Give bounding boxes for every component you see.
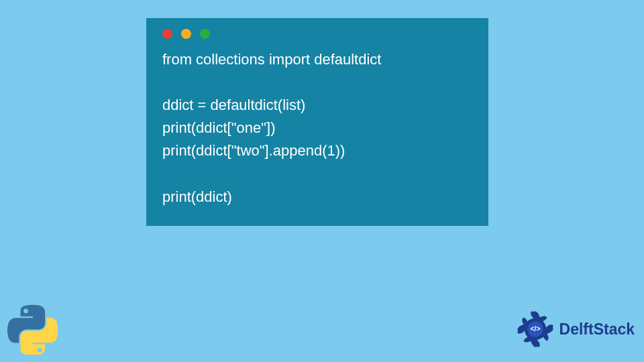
traffic-light-minimize-icon	[181, 29, 191, 39]
code-window: from collections import defaultdict ddic…	[146, 18, 488, 226]
python-logo-icon	[7, 304, 58, 355]
delftstack-logo-icon: </>	[516, 310, 555, 349]
traffic-light-maximize-icon	[200, 29, 210, 39]
code-block: from collections import defaultdict ddic…	[146, 48, 488, 208]
window-traffic-lights	[146, 18, 488, 48]
brand-name: DelftStack	[559, 320, 635, 339]
delftstack-brand: </> DelftStack	[516, 310, 635, 349]
traffic-light-close-icon	[162, 29, 172, 39]
svg-text:</>: </>	[530, 325, 540, 333]
